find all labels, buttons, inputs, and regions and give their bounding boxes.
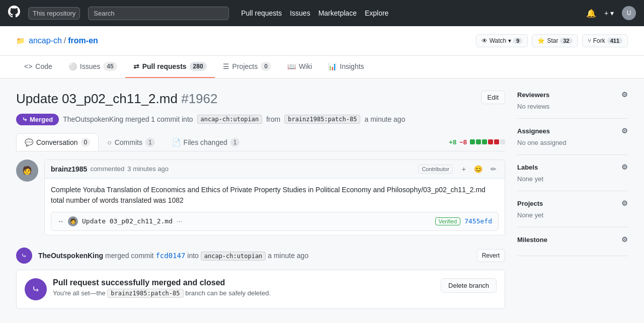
merge-action: merged commit	[105, 252, 155, 260]
pr-tab-files-changed[interactable]: 📄 Files changed 1	[164, 133, 249, 151]
diff-bars	[470, 139, 505, 144]
pr-tabs: 💬 Conversation 0 ○ Commits 1 📄 Files cha…	[16, 133, 505, 151]
merge-actor-avatar: ⤷	[16, 248, 32, 264]
merge-time: a minute ago	[268, 252, 308, 260]
assignees-label: Assignees	[517, 127, 550, 135]
pr-tab-conversation[interactable]: 💬 Conversation 0	[16, 133, 99, 151]
projects-sidebar-label: Projects	[517, 200, 543, 207]
merged-success-icon: ⤷	[25, 278, 47, 300]
repo-actions: 👁 Watch ▾ 9 ⭐ Star 32 ⑂ Fork 411	[476, 34, 628, 47]
repo-scope-label: This repository	[28, 7, 80, 20]
delete-branch-button[interactable]: Delete branch	[441, 278, 497, 293]
pr-tab-commits[interactable]: ○ Commits 1	[99, 133, 163, 151]
breadcrumb: 📁 ancap-ch / from-en	[16, 36, 98, 45]
revert-button[interactable]: Revert	[476, 249, 505, 262]
commits-icon: ○	[107, 138, 111, 146]
merge-into-ref[interactable]: ancap-ch:utopian	[201, 252, 266, 261]
github-logo[interactable]	[8, 6, 20, 21]
tab-issues-label: Issues	[80, 62, 100, 70]
merged-success-title: Pull request successfully merged and clo…	[53, 278, 435, 287]
tab-wiki[interactable]: 📖 Wiki	[279, 56, 320, 78]
add-reaction-button[interactable]: +	[460, 164, 468, 174]
reviewers-section: Reviewers ⚙ No reviews	[517, 91, 628, 119]
source-ref[interactable]: brainz1985:patch-85	[284, 115, 360, 124]
diff-bar-5	[494, 139, 499, 144]
nav-issues[interactable]: Issues	[290, 9, 310, 17]
pr-title-row: Update 03_p02_ch11_2.md #1962 Edit	[16, 91, 505, 108]
pr-status-text: TheOutspokenKing merged 1 commit into	[63, 115, 193, 123]
pr-title-text: Update 03_p02_ch11_2.md	[16, 91, 178, 106]
fork-button[interactable]: ⑂ Fork 411	[582, 34, 628, 47]
tab-insights[interactable]: 📊 Insights	[320, 56, 372, 78]
pr-icon: ⇄	[133, 62, 139, 70]
merged-badge: ⤷ Merged	[16, 114, 59, 125]
reviewers-label: Reviewers	[517, 91, 549, 99]
tab-code[interactable]: <> Code	[16, 56, 60, 78]
app-header: This repository Search Pull requests Iss…	[0, 0, 644, 26]
tab-issues[interactable]: ⚪ Issues 45	[60, 56, 125, 78]
breadcrumb-bar: 📁 ancap-ch / from-en 👁 Watch ▾ 9 ⭐ Star …	[0, 26, 644, 56]
user-avatar[interactable]: U	[622, 6, 636, 20]
fork-label: Fork	[593, 37, 605, 44]
emoji-button[interactable]: 😊	[472, 164, 485, 174]
merged-success-box: ⤷ Pull request successfully merged and c…	[16, 270, 505, 309]
breadcrumb-repo[interactable]: from-en	[68, 36, 98, 45]
milestone-section: Milestone ⚙	[517, 227, 628, 256]
pr-content: Update 03_p02_ch11_2.md #1962 Edit ⤷ Mer…	[16, 91, 505, 317]
edit-button[interactable]: Edit	[481, 91, 505, 104]
assignees-section: Assignees ⚙ No one assigned	[517, 119, 628, 155]
tab-pr-label: Pull requests	[142, 62, 187, 70]
assignees-gear-icon[interactable]: ⚙	[621, 127, 628, 135]
from-text: from	[266, 115, 280, 123]
tab-insights-label: Insights	[340, 62, 364, 70]
conversation-label: Conversation	[36, 138, 78, 146]
edit-comment-button[interactable]: ✏	[489, 164, 499, 174]
reviewers-gear-icon[interactable]: ⚙	[621, 91, 628, 99]
header-actions: 🔔 + ▾ U	[586, 6, 636, 20]
star-button[interactable]: ⭐ Star 32	[532, 34, 578, 47]
labels-gear-icon[interactable]: ⚙	[621, 163, 628, 171]
pr-number: #1962	[181, 91, 217, 106]
eye-icon: 👁	[481, 37, 488, 44]
comment-action: commented	[90, 165, 124, 173]
projects-sidebar-title: Projects ⚙	[517, 199, 628, 207]
reviewers-value: No reviews	[517, 103, 628, 110]
projects-gear-icon[interactable]: ⚙	[621, 199, 628, 207]
repo-icon: 📁	[16, 37, 25, 45]
user-mini-avatar: 🧑	[68, 216, 78, 226]
target-ref[interactable]: ancap-ch:utopian	[197, 115, 263, 124]
diff-stat: +8 −8	[449, 138, 505, 146]
watch-button[interactable]: 👁 Watch ▾ 9	[476, 34, 528, 47]
diff-bar-2	[476, 139, 481, 144]
tab-pull-requests[interactable]: ⇄ Pull requests 280	[125, 56, 215, 78]
files-label: Files changed	[184, 138, 227, 146]
watch-count: 9	[513, 38, 522, 44]
commit-inline: ↔ 🧑 Update 03_p02_ch11_2.md ··· Verified…	[51, 212, 499, 231]
tab-projects[interactable]: ☰ Projects 0	[215, 56, 279, 78]
diff-bar-1	[470, 139, 475, 144]
diff-bar-4	[488, 139, 493, 144]
merge-actor[interactable]: TheOutspokenKing	[38, 252, 103, 260]
notifications-icon[interactable]: 🔔	[586, 9, 596, 18]
comment-content: Complete Yoruba Translation of Economics…	[45, 179, 505, 212]
nav-pull-requests[interactable]: Pull requests	[241, 9, 282, 17]
create-new-button[interactable]: + ▾	[604, 9, 614, 17]
milestone-gear-icon[interactable]: ⚙	[621, 235, 628, 244]
merge-event-text: TheOutspokenKing merged commit fcd0147 i…	[38, 252, 308, 260]
comment-author[interactable]: brainz1985	[51, 165, 87, 173]
breadcrumb-owner[interactable]: ancap-ch	[29, 36, 62, 45]
search-input[interactable]: Search	[88, 7, 229, 20]
merged-desc-suffix: branch can be safely deleted.	[185, 289, 271, 297]
commit-hash[interactable]: 7455efd	[464, 217, 492, 225]
milestone-label: Milestone	[517, 236, 547, 244]
nav-explore[interactable]: Explore	[365, 9, 388, 17]
comment-box: brainz1985 commented 3 minutes ago Contr…	[44, 159, 505, 235]
merged-success-desc: You're all set—the brainz1985:patch-85 b…	[53, 289, 435, 297]
breadcrumb-separator: /	[64, 36, 66, 45]
commit-ellipsis[interactable]: ···	[177, 217, 182, 225]
insights-icon: 📊	[328, 62, 337, 70]
merged-success-content: Pull request successfully merged and clo…	[53, 278, 435, 297]
comment-time: 3 minutes ago	[127, 165, 169, 173]
nav-marketplace[interactable]: Marketplace	[318, 9, 357, 17]
merge-commit-hash[interactable]: fcd0147	[155, 252, 185, 260]
